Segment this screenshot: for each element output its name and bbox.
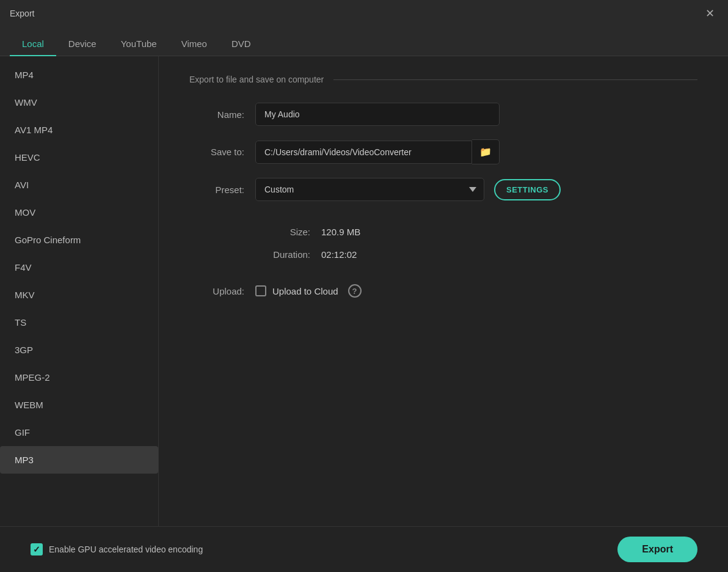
- size-row: Size: 120.9 MB: [255, 227, 697, 237]
- gpu-checkbox-wrap: Enable GPU accelerated video encoding: [31, 543, 203, 556]
- tab-vimeo[interactable]: Vimeo: [169, 32, 219, 56]
- sidebar-item-mp4[interactable]: MP4: [0, 61, 158, 89]
- sidebar-item-mpeg2[interactable]: MPEG-2: [0, 364, 158, 391]
- sidebar-item-mp3[interactable]: MP3: [0, 446, 158, 474]
- sidebar-item-hevc[interactable]: HEVC: [0, 144, 158, 171]
- preset-label: Preset:: [189, 185, 244, 195]
- sidebar-item-gif[interactable]: GIF: [0, 419, 158, 446]
- preset-select[interactable]: Custom High Quality Medium Quality Low Q…: [255, 178, 484, 201]
- save-to-wrapper: 📁: [255, 139, 500, 164]
- export-button[interactable]: Export: [617, 537, 697, 562]
- content-area: MP4 WMV AV1 MP4 HEVC AVI MOV GoPro Cinef…: [0, 56, 728, 526]
- sidebar-item-gopro[interactable]: GoPro Cineform: [0, 226, 158, 254]
- sidebar-item-av1mp4[interactable]: AV1 MP4: [0, 116, 158, 144]
- tab-bar: Local Device YouTube Vimeo DVD: [0, 27, 728, 56]
- size-value: 120.9 MB: [321, 227, 360, 237]
- sidebar-item-webm[interactable]: WEBM: [0, 391, 158, 419]
- upload-label: Upload:: [189, 286, 244, 296]
- preset-wrapper: Custom High Quality Medium Quality Low Q…: [255, 178, 561, 201]
- upload-to-cloud-label[interactable]: Upload to Cloud: [272, 286, 338, 296]
- tab-local[interactable]: Local: [10, 32, 56, 56]
- sidebar-item-f4v[interactable]: F4V: [0, 254, 158, 281]
- size-label: Size:: [255, 227, 310, 237]
- name-label: Name:: [189, 109, 244, 120]
- export-window: Export ✕ Local Device YouTube Vimeo DVD …: [0, 0, 728, 572]
- tab-dvd[interactable]: DVD: [219, 32, 263, 56]
- preset-group: Preset: Custom High Quality Medium Quali…: [189, 178, 697, 201]
- upload-checkbox-wrap: Upload to Cloud ?: [255, 284, 362, 298]
- save-to-label: Save to:: [189, 147, 244, 157]
- section-header-line: [333, 79, 697, 80]
- duration-label: Duration:: [255, 249, 310, 260]
- sidebar-item-mkv[interactable]: MKV: [0, 281, 158, 309]
- section-header: Export to file and save on computer: [189, 75, 697, 84]
- tab-youtube[interactable]: YouTube: [109, 32, 169, 56]
- titlebar: Export ✕: [0, 0, 728, 27]
- sidebar-item-ts[interactable]: TS: [0, 309, 158, 336]
- gpu-checkbox[interactable]: [31, 543, 43, 556]
- save-to-input[interactable]: [255, 141, 472, 164]
- window-title: Export: [10, 9, 34, 18]
- sidebar-item-wmv[interactable]: WMV: [0, 89, 158, 116]
- upload-info-icon[interactable]: ?: [348, 284, 362, 298]
- browse-folder-button[interactable]: 📁: [472, 139, 500, 164]
- format-sidebar: MP4 WMV AV1 MP4 HEVC AVI MOV GoPro Cinef…: [0, 56, 159, 526]
- sidebar-item-mov[interactable]: MOV: [0, 199, 158, 226]
- gpu-label: Enable GPU accelerated video encoding: [49, 544, 203, 554]
- close-button[interactable]: ✕: [701, 5, 718, 22]
- sidebar-item-avi[interactable]: AVI: [0, 171, 158, 199]
- duration-value: 02:12:02: [321, 249, 357, 260]
- tab-device[interactable]: Device: [56, 32, 109, 56]
- upload-to-cloud-checkbox[interactable]: [255, 285, 266, 296]
- main-panel: Export to file and save on computer Name…: [159, 56, 728, 526]
- name-input[interactable]: [255, 103, 500, 126]
- section-header-label: Export to file and save on computer: [189, 75, 324, 84]
- save-to-group: Save to: 📁: [189, 139, 697, 164]
- settings-button[interactable]: SETTINGS: [494, 179, 561, 200]
- info-section: Size: 120.9 MB Duration: 02:12:02: [255, 227, 697, 272]
- upload-section: Upload: Upload to Cloud ?: [189, 284, 697, 298]
- footer: Enable GPU accelerated video encoding Ex…: [0, 526, 728, 572]
- duration-row: Duration: 02:12:02: [255, 249, 697, 260]
- name-group: Name:: [189, 103, 697, 126]
- sidebar-item-3gp[interactable]: 3GP: [0, 336, 158, 364]
